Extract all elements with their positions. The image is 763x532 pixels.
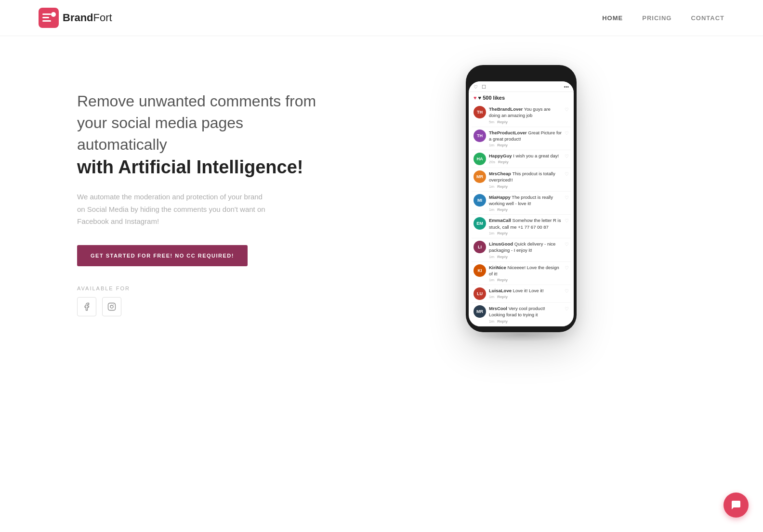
comment-item: KI KiriNice Niceeee! Love the design of … bbox=[472, 262, 571, 285]
reply-link[interactable]: Reply bbox=[497, 295, 508, 299]
instagram-icon-button[interactable] bbox=[102, 297, 121, 316]
comment-meta: 5mReply bbox=[489, 120, 562, 124]
comment-meta: 1mReply bbox=[489, 319, 562, 324]
logo-icon bbox=[39, 8, 59, 28]
comment-item: TH TheBrandLover You guys are doing an a… bbox=[472, 104, 571, 127]
comment-text: TheBrandLover You guys are doing an amaz… bbox=[489, 106, 562, 119]
comment-meta: 20sReply bbox=[489, 160, 562, 164]
phone-mockup: ♡ ☐ ••• ♥ ♥ 500 likes TH TheBrandLover Y… bbox=[466, 65, 577, 332]
comment-meta: 1mReply bbox=[489, 208, 562, 212]
logo-text: BrandFort bbox=[63, 12, 112, 24]
comment-body: MrsCheap This prodcut is totally overpri… bbox=[489, 170, 562, 189]
comment-avatar: LU bbox=[474, 287, 486, 300]
comment-meta: 1mReply bbox=[489, 278, 562, 282]
chat-icon bbox=[730, 499, 742, 511]
comment-meta: 1mReply bbox=[489, 143, 562, 147]
comment-avatar: HA bbox=[474, 153, 486, 165]
hero-subtitle: We automate the moderation and protectio… bbox=[77, 191, 270, 228]
comment-heart-icon: ♡ bbox=[565, 107, 569, 112]
comment-list: TH TheBrandLover You guys are doing an a… bbox=[469, 104, 574, 326]
svg-rect-5 bbox=[108, 303, 116, 310]
comment-body: MiaHappy The product is really working w… bbox=[489, 194, 562, 212]
comment-item: HA HappyGuy I wish you a great day! 20sR… bbox=[472, 150, 571, 168]
comment-item: TH TheProductLover Great Picture for a g… bbox=[472, 127, 571, 151]
chat-bubble-button[interactable] bbox=[724, 493, 749, 518]
comment-heart-icon: ♡ bbox=[565, 265, 569, 271]
comment-body: HappyGuy I wish you a great day! 20sRepl… bbox=[489, 153, 562, 164]
likes-count: ♥ ♥ 500 likes bbox=[469, 92, 574, 104]
comment-avatar: MI bbox=[474, 194, 486, 207]
comment-heart-icon: ♡ bbox=[565, 306, 569, 311]
svg-rect-1 bbox=[42, 13, 51, 15]
comment-heart-icon: ♡ bbox=[565, 130, 569, 136]
nav-pricing[interactable]: PRICING bbox=[642, 14, 671, 22]
comment-body: EmmaCall Somehow the letter R is stuck, … bbox=[489, 217, 562, 235]
comment-avatar: EM bbox=[474, 217, 486, 230]
comment-text: TheProductLover Great Picture for a grea… bbox=[489, 130, 562, 143]
comment-text: LinusGood Quick delivery - nice packagin… bbox=[489, 241, 562, 254]
comment-meta: 1mReply bbox=[489, 255, 562, 259]
phone-notch bbox=[502, 71, 540, 78]
comment-heart-icon: ♡ bbox=[565, 154, 569, 159]
hero-section: Remove unwanted comments from your socia… bbox=[0, 36, 763, 361]
comment-text: MiaHappy The product is really working w… bbox=[489, 194, 562, 207]
heart-icon-top: ♡ bbox=[474, 84, 478, 90]
instagram-icon bbox=[107, 302, 116, 311]
svg-rect-3 bbox=[42, 20, 51, 22]
reply-link[interactable]: Reply bbox=[497, 231, 508, 235]
comment-item: LI LinusGood Quick delivery - nice packa… bbox=[472, 238, 571, 262]
comment-heart-icon: ♡ bbox=[565, 171, 569, 177]
comment-avatar: LI bbox=[474, 241, 486, 253]
svg-rect-2 bbox=[42, 17, 49, 18]
svg-point-6 bbox=[110, 305, 113, 308]
hero-title-light: Remove unwanted comments from your socia… bbox=[77, 91, 318, 155]
comment-item: MI MiaHappy The product is really workin… bbox=[472, 192, 571, 215]
nav-links: HOME PRICING CONTACT bbox=[602, 14, 724, 22]
likes-text: ♥ 500 likes bbox=[478, 95, 505, 101]
reply-link[interactable]: Reply bbox=[497, 143, 508, 147]
reply-link[interactable]: Reply bbox=[497, 208, 508, 212]
comment-text: EmmaCall Somehow the letter R is stuck, … bbox=[489, 217, 562, 230]
comment-item: EM EmmaCall Somehow the letter R is stuc… bbox=[472, 215, 571, 238]
reply-link[interactable]: Reply bbox=[497, 255, 508, 259]
facebook-icon bbox=[82, 302, 91, 311]
reply-link[interactable]: Reply bbox=[497, 120, 508, 124]
comment-avatar: MR bbox=[474, 170, 486, 183]
cta-button[interactable]: GET STARTED FOR FREE! NO CC REQUIRED! bbox=[77, 245, 248, 266]
comment-heart-icon: ♡ bbox=[565, 242, 569, 247]
comment-text: KiriNice Niceeee! Love the design of it! bbox=[489, 264, 562, 277]
comment-body: TheProductLover Great Picture for a grea… bbox=[489, 130, 562, 148]
comment-text: LuisaLove Love it! Love it! bbox=[489, 287, 562, 294]
hero-text: Remove unwanted comments from your socia… bbox=[77, 91, 318, 316]
reply-link[interactable]: Reply bbox=[498, 160, 509, 164]
social-icons bbox=[77, 297, 318, 316]
phone-icons-left: ♡ ☐ bbox=[474, 84, 486, 90]
phone-screen: ♡ ☐ ••• ♥ ♥ 500 likes TH TheBrandLover Y… bbox=[469, 81, 574, 326]
comment-text: MrsCool Very cool product! Looking forad… bbox=[489, 305, 562, 318]
comment-text: HappyGuy I wish you a great day! bbox=[489, 153, 562, 159]
comment-meta: 1mReply bbox=[489, 295, 562, 299]
comment-body: TheBrandLover You guys are doing an amaz… bbox=[489, 106, 562, 124]
heart-symbol: ♥ bbox=[474, 95, 477, 101]
available-for: AVAILABLE FOR bbox=[77, 285, 318, 316]
navigation: BrandFort HOME PRICING CONTACT bbox=[0, 0, 763, 36]
phone-top-bar: ♡ ☐ ••• bbox=[469, 81, 574, 92]
facebook-icon-button[interactable] bbox=[77, 297, 96, 316]
svg-point-7 bbox=[113, 304, 114, 305]
comment-body: MrsCool Very cool product! Looking forad… bbox=[489, 305, 562, 324]
nav-home[interactable]: HOME bbox=[602, 14, 623, 22]
comment-item: MR MrsCheap This prodcut is totally over… bbox=[472, 168, 571, 192]
comment-avatar: KI bbox=[474, 264, 486, 277]
comment-avatar: MR bbox=[474, 305, 486, 318]
comment-avatar: TH bbox=[474, 106, 486, 118]
reply-link[interactable]: Reply bbox=[497, 319, 508, 324]
phone-mockup-wrapper: ♡ ☐ ••• ♥ ♥ 500 likes TH TheBrandLover Y… bbox=[318, 65, 724, 342]
nav-contact[interactable]: CONTACT bbox=[691, 14, 724, 22]
comment-meta: 1mReply bbox=[489, 231, 562, 235]
logo[interactable]: BrandFort bbox=[39, 8, 112, 28]
reply-link[interactable]: Reply bbox=[497, 278, 508, 282]
hero-title-bold: with Artificial Intelligence! bbox=[77, 156, 318, 179]
comment-heart-icon: ♡ bbox=[565, 195, 569, 200]
phone-icons-right: ••• bbox=[564, 84, 569, 90]
reply-link[interactable]: Reply bbox=[497, 184, 508, 189]
